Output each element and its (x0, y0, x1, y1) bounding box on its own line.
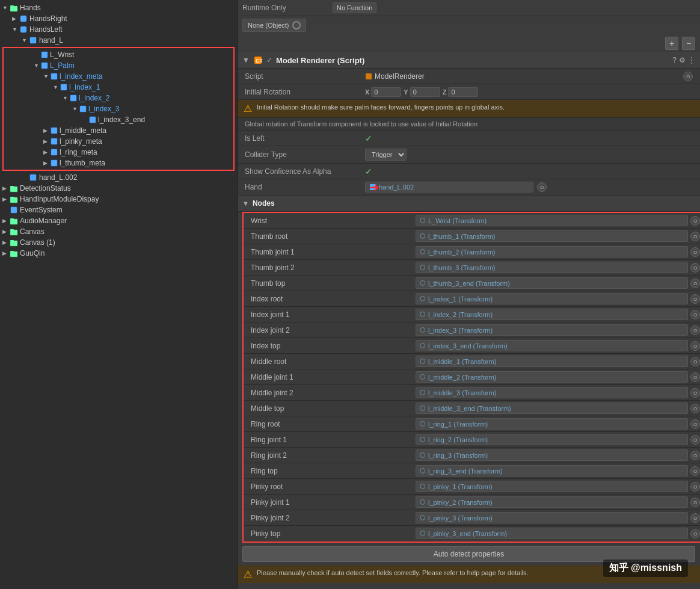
node-value-cell: ⬡ l_middle_3 (Transform) ○ (412, 385, 700, 400)
cube-small-icon (79, 105, 87, 113)
node-selector-btn[interactable]: ○ (690, 388, 700, 398)
node-value-box: ⬡ l_ring_3_end (Transform) (416, 465, 688, 476)
node-selector-btn[interactable]: ○ (690, 341, 700, 351)
node-value-cell: ⬡ l_thumb_3 (Transform) ○ (412, 260, 700, 275)
auto-detect-button[interactable]: Auto detect properties (242, 546, 695, 562)
node-selector-btn[interactable]: ○ (690, 419, 700, 429)
node-selector-btn[interactable]: ○ (690, 513, 700, 523)
tree-item-lthumb-meta[interactable]: ▶ l_thumb_meta (5, 158, 232, 168)
svg-rect-30 (10, 251, 17, 257)
remove-button[interactable]: − (682, 37, 695, 50)
node-selector-btn[interactable]: ○ (690, 247, 700, 257)
tree-item-hands[interactable]: ▼ Hands (0, 2, 237, 13)
node-selector-btn[interactable]: ○ (690, 279, 700, 288)
node-selector-btn[interactable]: ○ (690, 529, 700, 538)
z-input[interactable] (448, 87, 478, 97)
expand-arrow: ▼ (12, 26, 19, 32)
transform-icon: ⬡ (420, 264, 426, 271)
node-selector-btn[interactable]: ○ (690, 294, 700, 304)
no-function-dropdown[interactable]: No Function (333, 2, 376, 13)
tree-item-handsright[interactable]: ▶ HandsRight (0, 13, 237, 24)
hand-selector[interactable]: ○ (537, 182, 547, 192)
svg-rect-10 (70, 95, 76, 101)
tree-item-lindex2[interactable]: ▼ l_index_2 (5, 93, 232, 103)
folder-icon (10, 249, 18, 257)
node-value-cell: ⬡ l_ring_3 (Transform) ○ (412, 448, 700, 463)
node-selector-btn[interactable]: ○ (690, 216, 700, 226)
tree-item-lpalm[interactable]: ▼ L_Palm (5, 60, 232, 71)
svg-rect-12 (90, 117, 96, 123)
node-selector-btn[interactable]: ○ (690, 404, 700, 413)
tree-item-canvas[interactable]: ▶ Canvas (0, 226, 237, 237)
y-input[interactable] (410, 87, 440, 97)
node-selector-btn[interactable]: ○ (690, 232, 700, 241)
tree-item-hand-l[interactable]: ▼ hand_L (0, 35, 237, 46)
node-selector-btn[interactable]: ○ (690, 357, 700, 366)
node-row: Pinky joint 1 ⬡ l_pinky_2 (Transform) ○ (244, 495, 700, 510)
runtime-label: Runtime Only (242, 4, 333, 12)
tree-item-handsleft[interactable]: ▼ HandsLeft (0, 24, 237, 35)
expand-arrow: ▶ (82, 117, 89, 123)
tree-item-canvas1[interactable]: ▶ Canvas (1) (0, 237, 237, 248)
cube-small-icon (51, 149, 58, 156)
tree-label: Canvas (20, 227, 45, 236)
tree-item-lindex3[interactable]: ▼ l_index_3 (5, 103, 232, 114)
none-object-label: None (Object) (248, 22, 289, 29)
node-label: Index joint 2 (244, 324, 412, 336)
more-icon-btn[interactable]: ⋮ (688, 56, 695, 64)
tree-item-lindex1[interactable]: ▼ l_index_1 (5, 82, 232, 93)
node-selector-btn[interactable]: ○ (690, 325, 700, 335)
node-selector-btn[interactable]: ○ (690, 498, 700, 507)
is-left-check[interactable]: ✓ (365, 134, 372, 143)
node-value-text: L_Wrist (Transform) (428, 217, 487, 224)
tree-item-audio[interactable]: ▶ AudioManager (0, 215, 237, 226)
node-label: Index top (244, 340, 412, 352)
settings-icon-btn[interactable]: ⚙ (679, 56, 686, 64)
transform-icon: ⬡ (420, 389, 426, 396)
tree-item-hand-l-002[interactable]: ▶ hand_L.002 (0, 172, 237, 183)
node-selector-btn[interactable]: ○ (690, 482, 700, 492)
expand-arrow: ▶ (2, 196, 10, 202)
node-selector-btn[interactable]: ○ (690, 466, 700, 476)
node-selector-btn[interactable]: ○ (690, 372, 700, 382)
tree-item-lpinky-meta[interactable]: ▶ l_pinky_meta (5, 136, 232, 147)
tree-item-eventsystem[interactable]: ▶ EventSystem (0, 205, 237, 215)
tree-item-detection[interactable]: ▶ DetectionStatus (0, 183, 237, 194)
nodes-label: Nodes (253, 199, 275, 208)
tree-item-handinput[interactable]: ▶ HandInputModuleDispay (0, 194, 237, 205)
node-selector-btn[interactable]: ○ (690, 451, 700, 460)
node-selector-btn[interactable]: ○ (690, 263, 700, 273)
object-selector-icon[interactable] (292, 21, 301, 29)
enabled-checkbox[interactable]: ✓ (266, 56, 272, 64)
svg-rect-8 (51, 73, 57, 79)
node-value-box: ⬡ l_index_3 (Transform) (416, 324, 688, 336)
node-selector-btn[interactable]: ○ (690, 310, 700, 319)
tree-item-guuqin[interactable]: ▶ GuuQin (0, 248, 237, 259)
tree-item-lring-meta[interactable]: ▶ l_ring_meta (5, 147, 232, 158)
cube-icon (29, 173, 37, 182)
show-conf-check[interactable]: ✓ (365, 167, 372, 176)
node-label: Index joint 1 (244, 309, 412, 321)
tree-item-lindex3end[interactable]: ▶ l_index_3_end (5, 114, 232, 125)
x-input[interactable] (371, 87, 401, 97)
transform-icon: ⬡ (420, 279, 426, 287)
collapse-arrow[interactable]: ▼ (242, 56, 250, 64)
initial-rotation-row: Initial Rotation X Y Z (238, 84, 700, 100)
nodes-collapse[interactable]: ▼ (242, 200, 249, 207)
svg-rect-5 (31, 39, 35, 42)
tree-item-lmiddle-meta[interactable]: ▶ l_middle_meta (5, 125, 232, 136)
script-selector[interactable]: ○ (683, 72, 693, 81)
node-selector-btn[interactable]: ○ (690, 435, 700, 445)
svg-rect-15 (51, 149, 57, 155)
tree-item-lwrist[interactable]: ▶ L_Wrist (5, 49, 232, 60)
node-value-box: ⬡ l_thumb_3 (Transform) (416, 262, 688, 273)
collider-type-select[interactable]: Trigger (365, 149, 407, 161)
tree-item-lindex-meta[interactable]: ▼ l_index_meta (5, 71, 232, 82)
expand-arrow: ▶ (43, 138, 51, 144)
tree-label: AudioManager (20, 217, 67, 225)
transform-icon: ⬡ (420, 514, 426, 522)
node-label: Wrist (244, 215, 412, 227)
add-button[interactable]: + (665, 37, 678, 50)
node-value-text: l_thumb_2 (Transform) (428, 248, 495, 256)
help-icon-btn[interactable]: ? (672, 56, 677, 64)
